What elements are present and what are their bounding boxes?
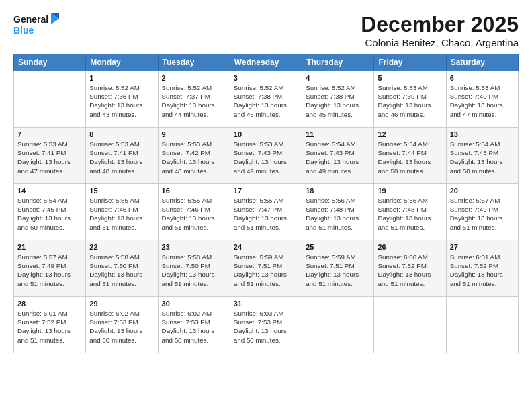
day-number: 18 xyxy=(306,187,370,195)
svg-text:General: General xyxy=(13,14,48,25)
day-number: 31 xyxy=(234,300,298,308)
day-number: 8 xyxy=(89,130,154,138)
day-info: Sunrise: 5:53 AMSunset: 7:39 PMDaylight:… xyxy=(378,83,442,119)
calendar-cell: 17Sunrise: 5:55 AMSunset: 7:47 PMDayligh… xyxy=(230,184,302,240)
day-info: Sunrise: 5:55 AMSunset: 7:46 PMDaylight:… xyxy=(89,196,154,232)
day-number: 13 xyxy=(450,130,515,138)
calendar-cell: 1Sunrise: 5:52 AMSunset: 7:36 PMDaylight… xyxy=(86,71,158,128)
logo-svg: GeneralBlue xyxy=(13,12,62,36)
day-number: 24 xyxy=(234,243,298,251)
day-info: Sunrise: 6:02 AMSunset: 7:53 PMDaylight:… xyxy=(162,309,226,345)
day-number: 19 xyxy=(378,187,442,195)
calendar-cell: 29Sunrise: 6:02 AMSunset: 7:53 PMDayligh… xyxy=(86,297,158,353)
day-number: 4 xyxy=(306,74,370,82)
calendar-cell xyxy=(302,297,374,353)
day-info: Sunrise: 5:56 AMSunset: 7:48 PMDaylight:… xyxy=(306,196,370,232)
day-number: 27 xyxy=(450,243,515,251)
calendar-cell: 14Sunrise: 5:54 AMSunset: 7:45 PMDayligh… xyxy=(14,184,86,240)
calendar-cell: 24Sunrise: 5:59 AMSunset: 7:51 PMDayligh… xyxy=(230,240,302,297)
calendar-header-row: SundayMondayTuesdayWednesdayThursdayFrid… xyxy=(14,54,519,71)
calendar-cell: 16Sunrise: 5:55 AMSunset: 7:46 PMDayligh… xyxy=(158,184,230,240)
calendar-header-monday: Monday xyxy=(86,54,158,71)
calendar-cell: 23Sunrise: 5:58 AMSunset: 7:50 PMDayligh… xyxy=(158,240,230,297)
calendar-header-saturday: Saturday xyxy=(446,54,518,71)
calendar-cell: 12Sunrise: 5:54 AMSunset: 7:44 PMDayligh… xyxy=(374,128,446,184)
day-info: Sunrise: 5:53 AMSunset: 7:41 PMDaylight:… xyxy=(17,140,82,175)
calendar: SundayMondayTuesdayWednesdayThursdayFrid… xyxy=(13,54,519,353)
day-info: Sunrise: 5:54 AMSunset: 7:45 PMDaylight:… xyxy=(17,196,82,232)
main-title: December 2025 xyxy=(361,12,519,37)
calendar-header-friday: Friday xyxy=(374,54,446,71)
day-info: Sunrise: 5:52 AMSunset: 7:38 PMDaylight:… xyxy=(234,83,298,119)
day-info: Sunrise: 6:03 AMSunset: 7:53 PMDaylight:… xyxy=(234,309,298,345)
calendar-cell: 9Sunrise: 5:53 AMSunset: 7:42 PMDaylight… xyxy=(158,128,230,184)
day-number: 10 xyxy=(234,130,298,138)
calendar-cell xyxy=(14,71,86,128)
calendar-header-sunday: Sunday xyxy=(14,54,86,71)
calendar-cell: 27Sunrise: 6:01 AMSunset: 7:52 PMDayligh… xyxy=(446,240,518,297)
calendar-cell: 10Sunrise: 5:53 AMSunset: 7:43 PMDayligh… xyxy=(230,128,302,184)
subtitle: Colonia Benitez, Chaco, Argentina xyxy=(361,37,519,48)
calendar-header-tuesday: Tuesday xyxy=(158,54,230,71)
calendar-cell: 31Sunrise: 6:03 AMSunset: 7:53 PMDayligh… xyxy=(230,297,302,353)
day-info: Sunrise: 5:55 AMSunset: 7:46 PMDaylight:… xyxy=(162,196,226,232)
day-info: Sunrise: 5:58 AMSunset: 7:50 PMDaylight:… xyxy=(162,253,226,288)
day-number: 29 xyxy=(89,300,154,308)
day-info: Sunrise: 6:00 AMSunset: 7:52 PMDaylight:… xyxy=(378,253,442,288)
day-number: 14 xyxy=(17,187,82,195)
calendar-week-2: 7Sunrise: 5:53 AMSunset: 7:41 PMDaylight… xyxy=(14,128,519,184)
day-number: 3 xyxy=(234,74,298,82)
day-number: 12 xyxy=(378,130,442,138)
day-number: 26 xyxy=(378,243,442,251)
calendar-header-thursday: Thursday xyxy=(302,54,374,71)
day-number: 7 xyxy=(17,130,82,138)
day-info: Sunrise: 6:02 AMSunset: 7:53 PMDaylight:… xyxy=(89,309,154,345)
day-info: Sunrise: 5:54 AMSunset: 7:43 PMDaylight:… xyxy=(306,140,370,175)
calendar-cell: 3Sunrise: 5:52 AMSunset: 7:38 PMDaylight… xyxy=(230,71,302,128)
day-info: Sunrise: 5:53 AMSunset: 7:42 PMDaylight:… xyxy=(162,140,226,175)
calendar-cell: 20Sunrise: 5:57 AMSunset: 7:49 PMDayligh… xyxy=(446,184,518,240)
day-info: Sunrise: 5:52 AMSunset: 7:37 PMDaylight:… xyxy=(162,83,226,119)
day-number: 25 xyxy=(306,243,370,251)
calendar-cell: 7Sunrise: 5:53 AMSunset: 7:41 PMDaylight… xyxy=(14,128,86,184)
day-info: Sunrise: 5:59 AMSunset: 7:51 PMDaylight:… xyxy=(306,253,370,288)
calendar-cell: 15Sunrise: 5:55 AMSunset: 7:46 PMDayligh… xyxy=(86,184,158,240)
day-info: Sunrise: 5:56 AMSunset: 7:48 PMDaylight:… xyxy=(378,196,442,232)
calendar-cell: 18Sunrise: 5:56 AMSunset: 7:48 PMDayligh… xyxy=(302,184,374,240)
calendar-week-1: 1Sunrise: 5:52 AMSunset: 7:36 PMDaylight… xyxy=(14,71,519,128)
calendar-week-4: 21Sunrise: 5:57 AMSunset: 7:49 PMDayligh… xyxy=(14,240,519,297)
title-area: December 2025 Colonia Benitez, Chaco, Ar… xyxy=(361,12,519,48)
calendar-cell: 28Sunrise: 6:01 AMSunset: 7:52 PMDayligh… xyxy=(14,297,86,353)
calendar-cell: 22Sunrise: 5:58 AMSunset: 7:50 PMDayligh… xyxy=(86,240,158,297)
day-info: Sunrise: 5:58 AMSunset: 7:50 PMDaylight:… xyxy=(89,253,154,288)
day-info: Sunrise: 5:55 AMSunset: 7:47 PMDaylight:… xyxy=(234,196,298,232)
page: GeneralBlue December 2025 Colonia Benite… xyxy=(0,0,532,411)
calendar-cell: 25Sunrise: 5:59 AMSunset: 7:51 PMDayligh… xyxy=(302,240,374,297)
day-number: 9 xyxy=(162,130,226,138)
calendar-cell: 13Sunrise: 5:54 AMSunset: 7:45 PMDayligh… xyxy=(446,128,518,184)
day-number: 23 xyxy=(162,243,226,251)
day-info: Sunrise: 6:01 AMSunset: 7:52 PMDaylight:… xyxy=(17,309,82,345)
calendar-cell: 11Sunrise: 5:54 AMSunset: 7:43 PMDayligh… xyxy=(302,128,374,184)
day-number: 28 xyxy=(17,300,82,308)
calendar-cell: 8Sunrise: 5:53 AMSunset: 7:41 PMDaylight… xyxy=(86,128,158,184)
day-info: Sunrise: 5:59 AMSunset: 7:51 PMDaylight:… xyxy=(234,253,298,288)
day-number: 2 xyxy=(162,74,226,82)
day-info: Sunrise: 5:57 AMSunset: 7:49 PMDaylight:… xyxy=(17,253,82,288)
logo: GeneralBlue xyxy=(13,12,62,36)
day-number: 17 xyxy=(234,187,298,195)
day-number: 11 xyxy=(306,130,370,138)
calendar-cell: 21Sunrise: 5:57 AMSunset: 7:49 PMDayligh… xyxy=(14,240,86,297)
calendar-cell xyxy=(446,297,518,353)
calendar-cell xyxy=(374,297,446,353)
day-number: 21 xyxy=(17,243,82,251)
day-info: Sunrise: 5:54 AMSunset: 7:44 PMDaylight:… xyxy=(378,140,442,175)
calendar-cell: 19Sunrise: 5:56 AMSunset: 7:48 PMDayligh… xyxy=(374,184,446,240)
day-info: Sunrise: 5:53 AMSunset: 7:41 PMDaylight:… xyxy=(89,140,154,175)
calendar-cell: 6Sunrise: 5:53 AMSunset: 7:40 PMDaylight… xyxy=(446,71,518,128)
calendar-cell: 2Sunrise: 5:52 AMSunset: 7:37 PMDaylight… xyxy=(158,71,230,128)
day-info: Sunrise: 6:01 AMSunset: 7:52 PMDaylight:… xyxy=(450,253,515,288)
calendar-cell: 5Sunrise: 5:53 AMSunset: 7:39 PMDaylight… xyxy=(374,71,446,128)
calendar-cell: 4Sunrise: 5:52 AMSunset: 7:38 PMDaylight… xyxy=(302,71,374,128)
calendar-week-5: 28Sunrise: 6:01 AMSunset: 7:52 PMDayligh… xyxy=(14,297,519,353)
